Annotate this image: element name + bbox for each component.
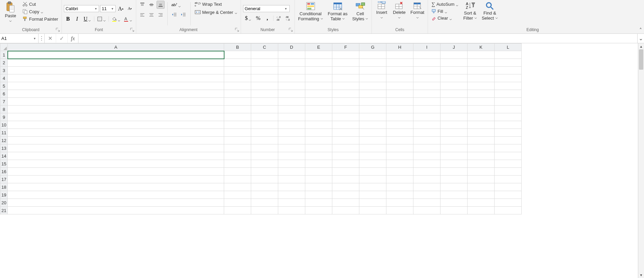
row-header[interactable]: 10 [0,121,8,129]
cell[interactable] [332,106,359,113]
cell[interactable] [251,152,278,160]
cell[interactable] [468,144,495,152]
cell[interactable] [359,59,386,67]
column-header[interactable]: G [359,44,386,51]
cell[interactable] [278,121,305,129]
cell[interactable] [413,160,440,168]
cell[interactable] [440,98,468,106]
cell[interactable] [332,74,359,82]
row-header[interactable]: 19 [0,191,8,199]
cell[interactable] [332,176,359,183]
name-box[interactable]: ▾ [0,34,39,43]
cell[interactable] [332,59,359,67]
cell[interactable] [440,90,468,98]
cell[interactable] [440,51,468,59]
cell[interactable] [332,90,359,98]
cell[interactable] [440,160,468,168]
cell[interactable] [305,152,332,160]
cell[interactable] [386,183,413,191]
cell[interactable] [8,144,224,152]
cell[interactable] [278,67,305,74]
cell[interactable] [251,74,278,82]
cell[interactable] [468,160,495,168]
cell[interactable] [251,113,278,121]
cell[interactable] [413,74,440,82]
cell[interactable] [224,144,251,152]
cell[interactable] [305,98,332,106]
cell[interactable] [224,82,251,90]
cell[interactable] [305,183,332,191]
row-header[interactable]: 3 [0,67,8,74]
font-name-input[interactable] [64,5,93,12]
bold-button[interactable]: B [64,15,72,23]
cell[interactable] [251,168,278,176]
cell[interactable] [224,74,251,82]
cell[interactable] [413,168,440,176]
cell[interactable] [278,168,305,176]
cell[interactable] [413,98,440,106]
format-as-table-button[interactable]: Format asTable [327,1,349,22]
cell[interactable] [440,129,468,137]
vertical-scrollbar[interactable]: ▲ ▼ [638,43,644,278]
cell[interactable] [440,137,468,144]
cell[interactable] [278,98,305,106]
cell[interactable] [332,51,359,59]
cell[interactable] [305,106,332,113]
row-header[interactable]: 13 [0,144,8,152]
cell[interactable] [386,129,413,137]
sort-filter-button[interactable]: AZ Sort &Filter [462,1,478,22]
dialog-launcher-icon[interactable] [130,27,135,32]
cell[interactable] [305,51,332,59]
cell[interactable] [413,67,440,74]
cell[interactable] [224,51,251,59]
column-header[interactable]: K [468,44,495,51]
cell[interactable] [224,168,251,176]
cell[interactable] [251,183,278,191]
cell[interactable] [251,144,278,152]
formula-input[interactable] [78,34,637,43]
cell[interactable] [305,67,332,74]
column-header[interactable]: H [386,44,413,51]
cell[interactable] [359,98,386,106]
cell[interactable] [359,207,386,214]
cell[interactable] [386,199,413,207]
row-header[interactable]: 9 [0,113,8,121]
column-header[interactable]: F [332,44,359,51]
cell[interactable] [251,121,278,129]
cell[interactable] [468,67,495,74]
cell[interactable] [468,90,495,98]
cell[interactable] [359,82,386,90]
cell[interactable] [305,90,332,98]
cell[interactable] [495,183,522,191]
cell[interactable] [468,121,495,129]
number-format-input[interactable] [243,5,283,12]
cell[interactable] [359,191,386,199]
cell[interactable] [224,176,251,183]
cell[interactable] [224,191,251,199]
cell[interactable] [224,59,251,67]
cell[interactable] [359,51,386,59]
cell[interactable] [8,183,224,191]
font-size-combo[interactable]: ▾ [100,5,116,12]
cell[interactable] [468,82,495,90]
cell[interactable] [495,59,522,67]
insert-button[interactable]: Insert [374,1,389,19]
row-header[interactable]: 1 [0,51,8,59]
cell[interactable] [305,207,332,214]
cell[interactable] [359,121,386,129]
cell[interactable] [332,113,359,121]
merge-center-button[interactable]: Merge & Center [193,9,239,16]
comma-button[interactable]: , [263,14,271,22]
scroll-track[interactable] [638,49,644,272]
cell[interactable] [224,67,251,74]
cell[interactable] [305,191,332,199]
find-select-button[interactable]: Find &Select [480,1,499,22]
cell[interactable] [8,152,224,160]
cell[interactable] [386,168,413,176]
cell[interactable] [359,183,386,191]
cell[interactable] [251,106,278,113]
cell[interactable] [278,129,305,137]
cell[interactable] [278,160,305,168]
cell[interactable] [332,191,359,199]
cell[interactable] [359,160,386,168]
